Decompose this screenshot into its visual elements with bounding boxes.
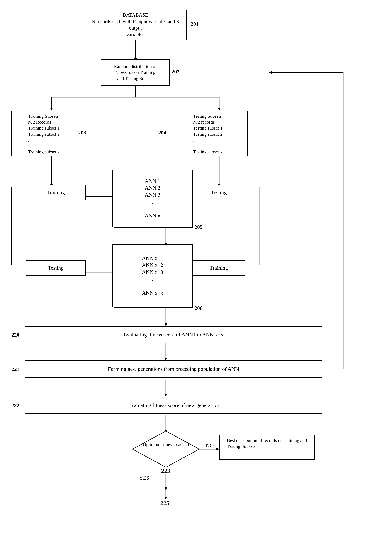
label-202: 202 xyxy=(172,69,180,75)
flowchart: DATABASE N records each with R input var… xyxy=(0,0,392,555)
diamond-shape xyxy=(131,430,200,468)
training-box-left: Training xyxy=(26,185,86,200)
training-box-right-text: Training xyxy=(210,264,228,271)
random-dist-box: Random distribution of N records on Trai… xyxy=(101,59,170,86)
diamond-container: Optimum fitness reached xyxy=(131,430,200,468)
testing-subsets-box: Testing Subsets N/2 records Testing subs… xyxy=(168,111,248,156)
label-223: 223 xyxy=(161,467,170,474)
ann-lower-text: ANN x+1 ANN x+2 ANN x+3 . ANN x+x xyxy=(142,255,163,296)
random-dist-text: Random distribution of N records on Trai… xyxy=(114,64,157,81)
label-220: 220 xyxy=(11,332,19,338)
testing-box-left-text: Testing xyxy=(48,264,64,271)
eval-new-box: Evaluating fitness score of new generati… xyxy=(25,397,322,414)
ann-upper-box: ANN 1 ANN 2 ANN 3 . ANN x xyxy=(112,170,193,227)
label-221: 221 xyxy=(11,366,19,372)
label-204: 204 xyxy=(158,130,166,136)
best-dist-box: Best distribution of records on Training… xyxy=(219,435,315,460)
svg-marker-44 xyxy=(132,431,199,467)
training-subsets-box: Training Subsets N/2 Records Training su… xyxy=(11,111,76,156)
testing-box-right: Testing xyxy=(193,185,245,200)
testing-box-left: Testing xyxy=(26,260,86,276)
svg-marker-33 xyxy=(165,394,167,397)
forming-text: Forming new generations from preceding p… xyxy=(108,366,239,372)
svg-marker-5 xyxy=(50,108,53,111)
testing-subsets-text: Testing Subsets N/2 records Testing subs… xyxy=(193,113,223,155)
svg-marker-46 xyxy=(165,497,167,500)
eval-new-text: Evaluating fitness score of new generati… xyxy=(128,402,219,409)
label-206: 206 xyxy=(195,305,203,311)
label-203: 203 xyxy=(78,130,86,136)
yes-label: YES xyxy=(139,475,149,481)
database-box: DATABASE N records each with R input var… xyxy=(84,9,187,40)
svg-marker-7 xyxy=(218,108,221,111)
no-label: NO xyxy=(206,442,214,449)
svg-marker-37 xyxy=(269,71,272,74)
diamond-text: Optimum fitness reached xyxy=(131,442,200,447)
svg-marker-29 xyxy=(165,323,167,326)
ann-lower-box: ANN x+1 ANN x+2 ANN x+3 . ANN x+x xyxy=(112,244,193,307)
training-box-left-text: Training xyxy=(47,189,65,196)
database-text: DATABASE N records each with R input var… xyxy=(87,12,184,37)
arrows-layer xyxy=(0,0,392,555)
svg-marker-31 xyxy=(165,358,167,360)
label-205: 205 xyxy=(195,224,203,230)
best-dist-text: Best distribution of records on Training… xyxy=(227,438,307,449)
svg-marker-43 xyxy=(216,448,219,451)
training-box-right: Training xyxy=(193,260,245,276)
forming-box: Forming new generations from preceding p… xyxy=(25,360,322,378)
ann-upper-text: ANN 1 ANN 2 ANN 3 . ANN x xyxy=(145,178,160,219)
final-arrow xyxy=(164,488,172,504)
training-subsets-text: Training Subsets N/2 Records Training su… xyxy=(28,113,60,155)
label-201: 201 xyxy=(191,21,199,27)
testing-box-right-text: Testing xyxy=(211,189,226,196)
label-222: 222 xyxy=(11,402,19,409)
eval-fitness-text: Evaluating fitness score of ANN1 to ANN … xyxy=(123,331,224,338)
eval-fitness-box: Evaluating fitness score of ANN1 to ANN … xyxy=(25,326,322,343)
